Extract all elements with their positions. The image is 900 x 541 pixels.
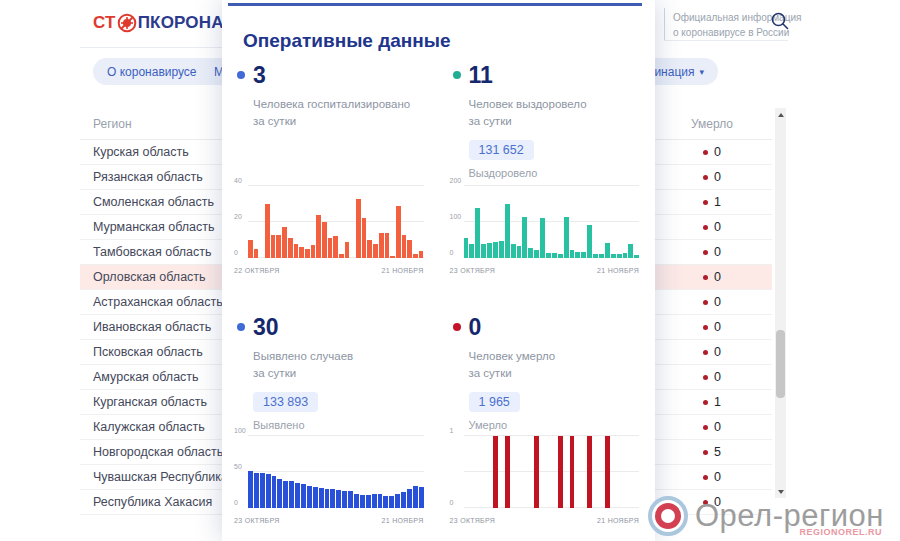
bar xyxy=(289,481,294,508)
deaths-value: 0 xyxy=(714,295,721,309)
bar xyxy=(587,225,592,258)
bar xyxy=(511,244,516,258)
bar xyxy=(283,481,288,508)
chart-recovered: 010020023 ОКТЯБРЯ21 НОЯБРЯ xyxy=(450,176,642,276)
bar xyxy=(487,243,492,258)
red-dot-icon xyxy=(703,475,708,480)
x-end-label: 21 НОЯБРЯ xyxy=(382,517,424,524)
bar xyxy=(248,240,253,258)
x-start-label: 23 ОКТЯБРЯ xyxy=(234,517,280,524)
bar xyxy=(587,436,592,508)
deaths-value: 0 xyxy=(714,245,721,259)
bar xyxy=(254,473,259,508)
bar xyxy=(265,204,270,258)
deaths-value: 0 xyxy=(714,370,721,384)
stat-dot-icon xyxy=(453,71,461,79)
chart-detected: 05010023 ОКТЯБРЯ21 НОЯБРЯ xyxy=(234,426,426,526)
bar xyxy=(611,254,616,258)
red-dot-icon xyxy=(703,275,708,280)
bar xyxy=(345,242,350,258)
y-tick-label: 200 xyxy=(450,177,462,184)
watermark-title: Орел-регион REGIONOREL.RU xyxy=(695,498,884,534)
scrollbar-thumb[interactable] xyxy=(776,330,785,398)
bar xyxy=(407,489,412,508)
search-icon[interactable] xyxy=(770,11,790,31)
bar xyxy=(546,253,551,258)
x-end-label: 21 НОЯБРЯ xyxy=(597,267,639,274)
stats-row-1: 3 Человека госпитализировано за сутки 11… xyxy=(222,60,655,166)
deaths-value: 0 xyxy=(714,345,721,359)
charts-row-2: 05010023 ОКТЯБРЯ21 НОЯБРЯ 0123 ОКТЯБРЯ21… xyxy=(222,426,655,526)
bar xyxy=(276,235,281,258)
bar xyxy=(295,483,300,508)
stat-recovered: 11 Человек выздоровело за сутки 131 652 … xyxy=(450,60,642,166)
bar xyxy=(271,235,276,258)
x-start-label: 23 ОКТЯБРЯ xyxy=(450,517,496,524)
bar xyxy=(390,256,395,258)
stat-label: Человек умерло за сутки xyxy=(469,348,642,383)
watermark-subtitle: REGIONOREL.RU xyxy=(799,527,882,537)
deaths-cell: 0 xyxy=(652,420,772,434)
bar xyxy=(336,490,341,508)
triangle-down-icon xyxy=(778,490,784,494)
bar xyxy=(628,244,633,258)
y-tick-label: 100 xyxy=(450,213,462,220)
scroll-up-button[interactable] xyxy=(775,108,786,121)
y-tick-label: 100 xyxy=(234,427,246,434)
y-tick-label: 50 xyxy=(234,463,246,470)
stat-total-chip: 133 893 xyxy=(253,392,318,412)
bar xyxy=(481,244,486,258)
watermark-logo-icon xyxy=(648,496,688,536)
bar xyxy=(464,238,469,258)
bar xyxy=(419,251,424,258)
watermark: Орел-регион REGIONOREL.RU xyxy=(648,496,884,536)
stat-total-chip: 1 965 xyxy=(469,392,520,412)
bar xyxy=(277,479,282,508)
stat-label: Выявлено случаев за сутки xyxy=(253,348,426,383)
red-dot-icon xyxy=(703,450,708,455)
red-dot-icon xyxy=(703,200,708,205)
table-scrollbar[interactable] xyxy=(775,108,786,498)
bar xyxy=(469,244,474,258)
bar xyxy=(348,491,353,508)
bar xyxy=(540,218,545,258)
bar xyxy=(254,249,259,258)
header-divider xyxy=(80,47,232,48)
bar xyxy=(407,240,412,258)
deaths-cell: 0 xyxy=(652,370,772,384)
y-tick-label: 1 xyxy=(450,427,462,434)
bar xyxy=(534,250,539,258)
red-dot-icon xyxy=(703,250,708,255)
bar xyxy=(534,436,539,508)
bar xyxy=(413,254,418,258)
bar xyxy=(366,495,371,508)
stat-label: Человека госпитализировано за сутки xyxy=(253,96,426,131)
bar xyxy=(294,244,299,258)
bar xyxy=(634,255,639,258)
bar xyxy=(301,484,306,508)
stat-dot-icon xyxy=(237,71,245,79)
charts-row-1: 0204022 ОКТЯБРЯ21 НОЯБРЯ 010020023 ОКТЯБ… xyxy=(222,176,655,276)
bar xyxy=(493,242,498,258)
bar xyxy=(413,486,418,508)
bar xyxy=(362,218,367,258)
red-dot-icon xyxy=(703,325,708,330)
deaths-value: 1 xyxy=(714,395,721,409)
bar xyxy=(272,476,277,508)
bar xyxy=(558,436,563,508)
x-start-label: 23 ОКТЯБРЯ xyxy=(450,267,496,274)
bar xyxy=(402,235,407,258)
stat-dot-icon xyxy=(237,323,245,331)
bar xyxy=(248,471,253,508)
x-end-label: 21 НОЯБРЯ xyxy=(597,517,639,524)
deaths-value: 0 xyxy=(714,320,721,334)
deaths-value: 0 xyxy=(714,420,721,434)
deaths-cell: 5 xyxy=(652,445,772,459)
bar xyxy=(330,489,335,508)
bar xyxy=(325,489,330,508)
bar xyxy=(517,246,522,258)
bar xyxy=(528,248,533,258)
deaths-cell: 0 xyxy=(652,295,772,309)
deaths-value: 0 xyxy=(714,470,721,484)
bar xyxy=(373,244,378,258)
